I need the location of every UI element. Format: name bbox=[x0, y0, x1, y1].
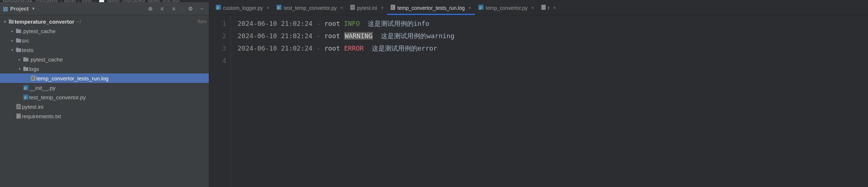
folder-icon bbox=[8, 19, 15, 24]
tree-item-temp-convertor-tests-run-log[interactable]: ▸temp_convertor_tests_run.log bbox=[0, 73, 209, 83]
tab-label: temp_convertor_tests_run.log bbox=[397, 5, 465, 11]
tab-temp-convertor-tests-run-log[interactable]: temp_convertor_tests_run.log× bbox=[387, 2, 475, 15]
tree-item-label: requirements.txt bbox=[22, 113, 61, 119]
project-tree: ▾ temperature_convertor ~/ /ten ▸.pytest… bbox=[0, 15, 209, 187]
chevron-down-icon[interactable]: ▾ bbox=[9, 48, 15, 52]
tree-item--init-py[interactable]: ▸p__init__.py bbox=[0, 83, 209, 92]
tree-root-path: ~/ bbox=[76, 19, 81, 25]
svg-rect-24 bbox=[16, 114, 21, 119]
svg-rect-22 bbox=[17, 106, 20, 107]
tab-r[interactable]: r× bbox=[538, 2, 560, 15]
editor-content: 1234 2024-06-10 21:02:24 - root INFO 这是测… bbox=[209, 15, 868, 187]
close-icon[interactable]: × bbox=[531, 5, 534, 11]
svg-rect-31 bbox=[351, 7, 354, 8]
ini-icon bbox=[15, 104, 22, 109]
close-icon[interactable]: × bbox=[341, 5, 343, 11]
ini-icon bbox=[350, 5, 355, 11]
chevron-down-icon[interactable]: ▾ bbox=[17, 67, 23, 71]
expand-all-icon[interactable]: ≡ bbox=[158, 5, 166, 13]
project-dropdown[interactable]: ▤ Project ▾ bbox=[3, 5, 35, 12]
tree-root[interactable]: ▾ temperature_convertor ~/ /ten bbox=[0, 17, 209, 26]
tree-item-label: .pytest_cache bbox=[29, 56, 63, 63]
tree-item--pytest-cache[interactable]: ▸.pytest_cache bbox=[0, 55, 209, 64]
folder-icon bbox=[15, 38, 22, 43]
select-opened-file-icon[interactable]: ⊕ bbox=[147, 5, 155, 13]
chevron-right-icon[interactable]: ▸ bbox=[9, 38, 15, 43]
chevron-right-icon[interactable]: ▸ bbox=[17, 57, 23, 62]
tab-test-temp-convertor-py[interactable]: ptest_temp_convertor.py× bbox=[273, 2, 347, 15]
svg-text:p: p bbox=[217, 5, 219, 9]
tree-item-logs[interactable]: ▾logs bbox=[0, 64, 209, 73]
svg-text:p: p bbox=[278, 5, 280, 9]
log-line bbox=[238, 55, 868, 67]
folder-icon bbox=[15, 48, 22, 52]
svg-rect-21 bbox=[17, 105, 20, 106]
file-icon bbox=[541, 5, 546, 11]
gear-icon[interactable]: ⚙ bbox=[186, 5, 194, 13]
log-logger: root bbox=[324, 44, 340, 52]
line-number: 1 bbox=[209, 17, 226, 30]
hide-icon[interactable]: − bbox=[198, 5, 206, 13]
collapse-all-icon[interactable]: ≡ bbox=[170, 5, 178, 13]
file-icon bbox=[15, 114, 22, 119]
folder-icon bbox=[23, 67, 29, 71]
py-icon: p bbox=[478, 5, 483, 11]
close-icon[interactable]: × bbox=[553, 5, 556, 11]
project-sidebar: ▤ Project ▾ ⊕ ≡ ≡ | ⚙ − ▾ temperature_co… bbox=[0, 2, 209, 187]
tree-item-tests[interactable]: ▾tests bbox=[0, 45, 209, 55]
svg-rect-36 bbox=[391, 8, 394, 9]
log-separator: - bbox=[312, 20, 324, 27]
separator: | bbox=[182, 6, 183, 11]
log-timestamp: 2024-06-10 21:02:24 bbox=[238, 20, 312, 27]
svg-rect-1 bbox=[9, 19, 11, 20]
tree-root-label: temperature_convertor bbox=[15, 19, 74, 25]
tree-item-label: temp_convertor_tests_run.log bbox=[36, 75, 108, 81]
tree-item-requirements-txt[interactable]: ▸requirements.txt bbox=[0, 111, 209, 121]
svg-text:p: p bbox=[479, 5, 482, 9]
line-number: 3 bbox=[209, 42, 226, 55]
svg-rect-11 bbox=[23, 67, 25, 68]
log-line: 2024-06-10 21:02:24 - root ERROR 这是测试用例的… bbox=[238, 42, 868, 55]
log-separator: - bbox=[312, 44, 324, 52]
svg-rect-39 bbox=[541, 5, 546, 10]
project-icon: ▤ bbox=[3, 5, 8, 12]
close-icon[interactable]: × bbox=[381, 5, 384, 11]
close-icon[interactable]: × bbox=[469, 5, 471, 11]
log-level: INFO bbox=[344, 20, 360, 27]
svg-rect-7 bbox=[16, 48, 18, 49]
tab-custom-logger-py[interactable]: pcustom_logger.py× bbox=[212, 2, 273, 15]
tab-temp-convertor-py[interactable]: ptemp_convertor.py× bbox=[475, 2, 538, 15]
svg-rect-3 bbox=[16, 29, 18, 30]
tab-label: test_temp_convertor.py bbox=[284, 5, 337, 11]
tree-item-src[interactable]: ▸src bbox=[0, 36, 209, 45]
log-message: 这是测试用例的info bbox=[368, 20, 429, 27]
py-icon: p bbox=[276, 5, 282, 11]
tab-label: temp_convertor.py bbox=[486, 5, 527, 11]
tab-label: pytest.ini bbox=[357, 5, 377, 11]
svg-rect-23 bbox=[17, 107, 20, 108]
tree-item-test-temp-convertor-py[interactable]: ▸ptest_temp_convertor.py bbox=[0, 92, 209, 102]
py-icon: p bbox=[216, 5, 221, 11]
tree-item-label: .pytest_cache bbox=[22, 28, 56, 34]
log-level: ERROR bbox=[344, 44, 364, 52]
chevron-right-icon[interactable]: ▸ bbox=[9, 29, 15, 33]
log-message: 这是测试用例的warning bbox=[381, 32, 454, 40]
tree-item--pytest-cache[interactable]: ▸.pytest_cache bbox=[0, 26, 209, 36]
editor-area: pcustom_logger.py×ptest_temp_convertor.p… bbox=[209, 2, 868, 187]
svg-rect-4 bbox=[16, 39, 21, 43]
tree-item-label: pytest.ini bbox=[22, 104, 43, 110]
tree-item-label: test_temp_convertor.py bbox=[29, 94, 86, 100]
svg-text:p: p bbox=[24, 95, 27, 99]
log-timestamp: 2024-06-10 21:02:24 bbox=[238, 44, 312, 52]
svg-rect-8 bbox=[23, 58, 28, 61]
log-logger: root bbox=[324, 20, 340, 27]
py-icon: p bbox=[23, 95, 29, 100]
svg-rect-13 bbox=[32, 77, 35, 77]
log-level: WARNING bbox=[344, 32, 373, 40]
chevron-down-icon[interactable]: ▾ bbox=[2, 19, 8, 24]
line-number: 4 bbox=[209, 55, 226, 67]
close-icon[interactable]: × bbox=[267, 5, 270, 11]
tab-pytest-ini[interactable]: pytest.ini× bbox=[347, 2, 387, 15]
tree-item-pytest-ini[interactable]: ▸pytest.ini bbox=[0, 102, 209, 111]
log-viewer[interactable]: 2024-06-10 21:02:24 - root INFO 这是测试用例的i… bbox=[231, 15, 868, 187]
